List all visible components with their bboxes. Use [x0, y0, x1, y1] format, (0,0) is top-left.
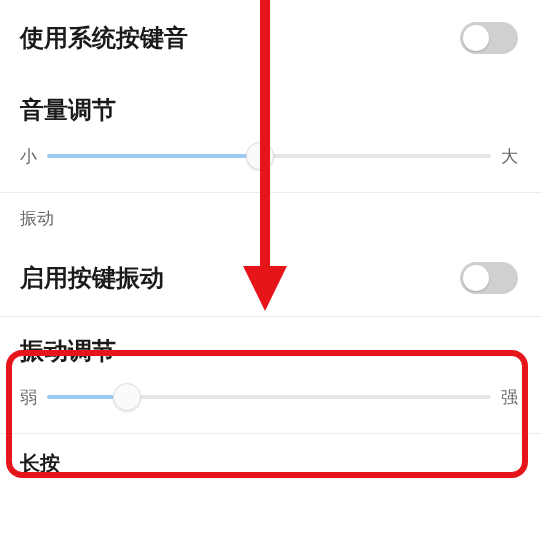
enable-vibration-toggle[interactable]	[460, 262, 518, 294]
volume-max-label: 大	[501, 145, 518, 168]
volume-adjust-title: 音量调节	[20, 94, 522, 126]
vibration-min-label: 弱	[20, 386, 37, 409]
slider-thumb-icon	[246, 142, 274, 170]
use-system-keysound-toggle[interactable]	[460, 22, 518, 54]
volume-min-label: 小	[20, 145, 37, 168]
vibration-section-label: 振动	[0, 193, 542, 240]
slider-thumb-icon	[113, 383, 141, 411]
toggle-knob-icon	[463, 265, 489, 291]
vibration-slider[interactable]	[47, 383, 491, 411]
vibration-max-label: 强	[501, 386, 518, 409]
vibration-adjust-title: 振动调节	[20, 335, 522, 367]
longpress-label: 长按	[0, 434, 542, 493]
volume-slider[interactable]	[47, 142, 491, 170]
toggle-knob-icon	[463, 25, 489, 51]
use-system-keysound-label: 使用系统按键音	[20, 22, 188, 54]
enable-vibration-label: 启用按键振动	[20, 262, 164, 294]
